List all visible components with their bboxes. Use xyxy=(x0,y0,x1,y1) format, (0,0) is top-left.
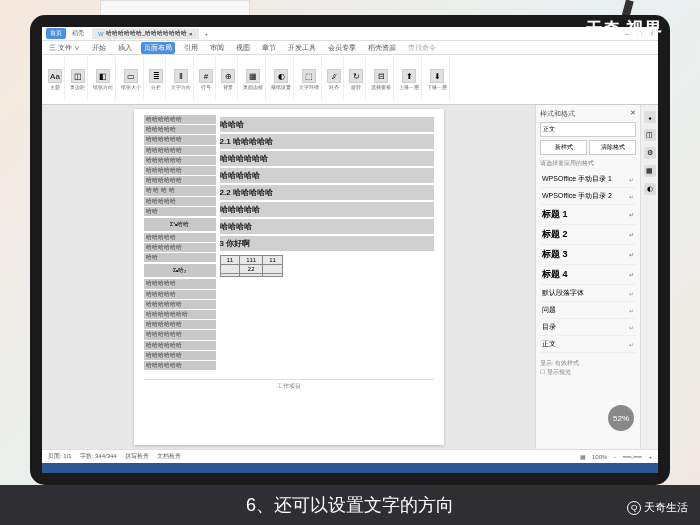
new-style-button[interactable]: 新样式 xyxy=(540,140,587,155)
menu-file[interactable]: 三 文件 ∨ xyxy=(46,42,83,54)
style-item[interactable]: 标题 4↵ xyxy=(540,265,636,285)
tool-文字方向[interactable]: Ⅱ文字方向 xyxy=(169,57,194,102)
current-style-input[interactable]: 正文 xyxy=(540,122,636,137)
tool-旋转[interactable]: ↻旋转 xyxy=(347,57,366,102)
tool-分栏[interactable]: ≣分栏 xyxy=(147,57,166,102)
view-mode-icon[interactable]: ▦ xyxy=(580,453,586,460)
mini-table[interactable]: 111111122 xyxy=(220,255,283,277)
status-page[interactable]: 页面: 1/1 xyxy=(48,452,72,461)
text-block[interactable]: 哈哈 xyxy=(144,253,216,262)
menu-insert[interactable]: 插入 xyxy=(115,42,135,54)
heading[interactable]: 哈哈哈哈哈哈 xyxy=(220,151,434,166)
menu-dev[interactable]: 开发工具 xyxy=(285,42,319,54)
table-cell[interactable] xyxy=(220,265,240,274)
menu-view[interactable]: 视图 xyxy=(233,42,253,54)
search-commands[interactable]: 查找命令 xyxy=(405,42,439,54)
heading[interactable]: 2.1 哈哈哈哈哈 xyxy=(220,134,434,149)
text-block[interactable]: 哈哈哈哈哈 xyxy=(144,279,216,288)
text-block[interactable]: 哈哈哈哈哈哈 xyxy=(144,115,216,124)
tab-daoke[interactable]: 稻壳 xyxy=(68,28,88,39)
tool-对齐[interactable]: ⫽对齐 xyxy=(325,57,344,102)
status-doccheck[interactable]: 文档检查 xyxy=(157,452,181,461)
document-viewport[interactable]: 哈哈哈哈哈哈哈哈哈哈哈哈哈哈哈哈哈哈哈哈哈哈哈哈哈哈哈哈哈哈哈哈哈哈哈哈哈哈哈哈… xyxy=(42,105,535,449)
menu-chapter[interactable]: 章节 xyxy=(259,42,279,54)
new-tab-button[interactable]: + xyxy=(201,30,213,38)
style-item[interactable]: 正文↵ xyxy=(540,336,636,353)
tool-选择窗格[interactable]: ⊟选择窗格 xyxy=(369,57,394,102)
menu-review[interactable]: 审阅 xyxy=(207,42,227,54)
formula[interactable]: Σ₂哈₂ xyxy=(144,264,216,277)
text-block[interactable]: 哈哈哈哈哈哈 xyxy=(144,330,216,339)
text-block[interactable]: 哈 哈 哈 哈 xyxy=(144,186,216,195)
zoom-out-icon[interactable]: − xyxy=(613,454,617,460)
tool-稿纸设置[interactable]: ◐稿纸设置 xyxy=(269,57,294,102)
text-block[interactable]: 哈哈哈哈哈哈 xyxy=(144,156,216,165)
text-block[interactable]: 哈哈哈哈哈哈哈 xyxy=(144,310,216,319)
tool-上移一层[interactable]: ⬆上移一层 xyxy=(397,57,422,102)
tool-纸张方向[interactable]: ◧纸张方向 xyxy=(91,57,116,102)
show-dropdown[interactable]: 显示: 有效样式 xyxy=(540,359,636,368)
text-block[interactable]: 哈哈哈哈哈 xyxy=(144,197,216,206)
tool-页面边框[interactable]: ▦页面边框 xyxy=(241,57,266,102)
document-page[interactable]: 哈哈哈哈哈哈哈哈哈哈哈哈哈哈哈哈哈哈哈哈哈哈哈哈哈哈哈哈哈哈哈哈哈哈哈哈哈哈哈哈… xyxy=(134,109,444,445)
heading[interactable]: 哈哈哈 xyxy=(220,117,434,132)
tool-icon-2[interactable]: ◫ xyxy=(644,129,656,141)
table-cell[interactable] xyxy=(220,274,240,277)
menu-vip[interactable]: 会员专享 xyxy=(325,42,359,54)
text-block[interactable]: 哈哈哈哈哈哈 xyxy=(144,320,216,329)
style-item[interactable]: 目录↵ xyxy=(540,319,636,336)
text-block[interactable]: 哈哈哈哈哈哈 xyxy=(144,351,216,360)
text-block[interactable]: 哈哈哈哈哈哈 xyxy=(144,341,216,350)
close-tab-icon[interactable]: × xyxy=(189,31,193,37)
table-cell[interactable]: 111 xyxy=(240,256,263,265)
status-spell[interactable]: 拼写检查 xyxy=(125,452,149,461)
tool-icon-3[interactable]: ⚙ xyxy=(644,147,656,159)
tab-home[interactable]: 首页 xyxy=(46,28,66,39)
text-block[interactable]: 哈哈哈哈哈哈 xyxy=(144,135,216,144)
tool-文字环绕[interactable]: ⬚文字环绕 xyxy=(297,57,322,102)
tool-下移一层[interactable]: ⬇下移一层 xyxy=(425,57,450,102)
tool-主题[interactable]: Aa主题 xyxy=(46,57,65,102)
tool-行号[interactable]: #行号 xyxy=(197,57,216,102)
style-item[interactable]: 标题 1↵ xyxy=(540,205,636,225)
heading[interactable]: 哈哈哈哈 xyxy=(220,219,434,234)
tool-页边距[interactable]: ◫页边距 xyxy=(68,57,88,102)
heading[interactable]: 哈哈哈哈哈 xyxy=(220,202,434,217)
text-block[interactable]: 哈哈哈哈哈 xyxy=(144,125,216,134)
menu-start[interactable]: 开始 xyxy=(89,42,109,54)
table-cell[interactable]: 11 xyxy=(263,256,283,265)
style-item[interactable]: 标题 3↵ xyxy=(540,245,636,265)
tool-背景[interactable]: ⊕背景 xyxy=(219,57,238,102)
text-block[interactable]: 哈哈哈哈哈哈 xyxy=(144,361,216,370)
heading[interactable]: 2.2 哈哈哈哈哈 xyxy=(220,185,434,200)
menu-resources[interactable]: 稻壳资源 xyxy=(365,42,399,54)
panel-close-icon[interactable]: ✕ xyxy=(630,109,636,119)
windows-taskbar[interactable] xyxy=(42,463,658,473)
zoom-slider[interactable]: ━━○━━ xyxy=(623,453,643,460)
text-block[interactable]: 哈哈哈哈哈哈 xyxy=(144,146,216,155)
style-item[interactable]: WPSOffice 手动目录 2↵ xyxy=(540,188,636,205)
tool-icon-4[interactable]: ▦ xyxy=(644,165,656,177)
menu-reference[interactable]: 引用 xyxy=(181,42,201,54)
table-cell[interactable]: 22 xyxy=(240,265,263,274)
table-cell[interactable] xyxy=(240,274,263,277)
formula[interactable]: Σ¹₂哈哈 xyxy=(144,218,216,231)
table-cell[interactable]: 11 xyxy=(220,256,240,265)
heading[interactable]: 哈哈哈哈哈 xyxy=(220,168,434,183)
text-block[interactable]: 哈哈哈哈哈哈 xyxy=(144,300,216,309)
text-block[interactable]: 哈哈哈哈哈 xyxy=(144,233,216,242)
status-words[interactable]: 字数: 344/344 xyxy=(80,452,117,461)
style-item[interactable]: 默认段落字体↵ xyxy=(540,285,636,302)
text-block[interactable]: 哈哈哈哈哈哈 xyxy=(144,243,216,252)
text-block[interactable]: 哈哈哈哈哈 xyxy=(144,290,216,299)
clear-format-button[interactable]: 清除格式 xyxy=(589,140,636,155)
menu-page-layout[interactable]: 页面布局 xyxy=(141,42,175,54)
text-block[interactable]: 哈哈 xyxy=(144,207,216,216)
zoom-in-icon[interactable]: + xyxy=(648,454,652,460)
heading[interactable]: 3 你好啊 xyxy=(220,236,434,251)
tool-icon-1[interactable]: ⬥ xyxy=(644,111,656,123)
document-tab[interactable]: W哈哈哈哈哈哈_哈哈哈哈哈哈哈× xyxy=(92,28,199,39)
status-zoom[interactable]: 100% xyxy=(592,454,607,460)
table-cell[interactable] xyxy=(263,274,283,277)
table-cell[interactable] xyxy=(263,265,283,274)
